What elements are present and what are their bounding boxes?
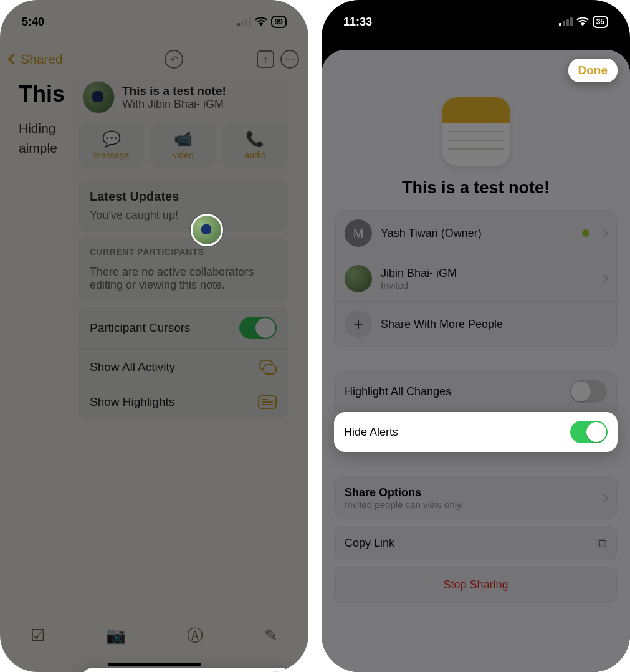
cellular-icon [559, 17, 573, 26]
participant-status: Invited [381, 280, 592, 290]
status-bar: 11:33 35 [322, 0, 630, 44]
status-icons: 99 [237, 16, 287, 28]
updates-text: You've caught up! [90, 209, 277, 222]
row-label: Show Highlights [90, 395, 174, 409]
battery-icon: 99 [271, 16, 287, 28]
stop-sharing-button[interactable]: Stop Sharing [335, 567, 617, 603]
share-options-sub: Invited people can view only. [345, 499, 592, 510]
show-highlights-row[interactable]: Show Highlights [79, 385, 288, 419]
phone-icon: 📞 [246, 130, 264, 148]
copy-link-row[interactable]: Copy Link ⧉ [335, 526, 617, 560]
settings-group-top: Highlight All Changes [334, 371, 618, 412]
copy-link-label: Copy Link [345, 537, 588, 550]
done-button[interactable]: Done [568, 59, 618, 82]
status-dot-icon [582, 229, 589, 237]
row-label: Hide Alerts [344, 426, 398, 439]
participant-avatar [82, 81, 115, 113]
status-bar: 5:40 99 [0, 0, 308, 44]
participants-header: CURRENT PARTICIPANTS [90, 247, 277, 257]
undo-button[interactable]: ↶ [165, 50, 183, 69]
updates-title: Latest Updates [90, 190, 277, 204]
notes-app-icon [442, 97, 510, 166]
highlight-changes-toggle[interactable] [570, 380, 607, 403]
hide-alerts-row[interactable]: Hide Alerts [334, 412, 618, 452]
more-button[interactable]: ⋯ [280, 50, 299, 69]
status-icons: 35 [559, 16, 608, 28]
markup-icon[interactable]: Ⓐ [187, 625, 203, 646]
updates-card: Latest Updates You've caught up! [79, 180, 288, 232]
sheet-header: Done [322, 50, 630, 91]
svg-rect-1 [264, 365, 276, 374]
status-time: 11:33 [343, 16, 372, 29]
cursors-toggle[interactable] [239, 317, 277, 339]
row-label: Highlight All Changes [345, 385, 451, 398]
chevron-right-icon [599, 494, 608, 502]
wifi-icon [576, 17, 589, 26]
participant-name: Yash Tiwari (Owner) [381, 227, 573, 240]
options-list: Participant Cursors Show All Activity Sh… [79, 307, 288, 419]
avatar-initial: M [345, 219, 372, 247]
chevron-left-icon [8, 54, 19, 65]
compose-icon[interactable]: ✎ [264, 626, 278, 645]
cellular-icon [237, 17, 251, 26]
message-button[interactable]: 💬message [79, 122, 144, 168]
right-screenshot: 11:33 35 Done This is a test note! M Yas… [322, 0, 630, 672]
video-icon: 📹 [174, 130, 193, 148]
message-icon: 💬 [102, 130, 121, 148]
collab-avatar-button[interactable] [191, 214, 223, 246]
collab-popup: This is a test note! With Jibin Bhai- iG… [71, 75, 295, 424]
battery-icon: 35 [593, 16, 608, 28]
nav-bar: Shared ↶ ↑ ⋯ [0, 44, 308, 75]
avatar-photo [345, 265, 372, 292]
popup-title: This is a test note! [122, 84, 226, 98]
share-options-group: Share Options Invited people can view on… [334, 477, 618, 519]
participant-invited-row[interactable]: Jibin Bhai- iGM Invited [335, 256, 617, 301]
participants-group: M Yash Tiwari (Owner) Jibin Bhai- iGM In… [334, 210, 618, 347]
audio-button[interactable]: 📞audio [222, 122, 288, 168]
left-screenshot: 5:40 99 Shared ↶ ↑ ⋯ This Hiding aimple … [0, 0, 308, 672]
stop-sharing-group: Stop Sharing [334, 567, 618, 603]
hide-alerts-toggle[interactable] [570, 421, 608, 443]
participants-card: CURRENT PARTICIPANTS There are no active… [79, 237, 288, 302]
contact-actions: 💬message 📹video 📞audio [71, 122, 295, 175]
back-label: Shared [21, 52, 63, 67]
share-more-row[interactable]: + Share With More People [335, 301, 617, 347]
share-options-row[interactable]: Share Options Invited people can view on… [335, 478, 617, 519]
popup-subtitle: With Jibin Bhai- iGM [122, 98, 226, 111]
checklist-icon[interactable]: ☑ [31, 626, 45, 645]
row-label: Participant Cursors [90, 321, 191, 335]
home-indicator [108, 663, 201, 666]
sheet-title: This is a test note! [322, 178, 630, 198]
video-button[interactable]: 📹video [150, 122, 216, 168]
share-sheet: Done This is a test note! M Yash Tiwari … [322, 50, 630, 672]
manage-shared-note-row[interactable]: Manage Shared Note [81, 668, 293, 672]
share-options-title: Share Options [345, 486, 592, 499]
plus-icon: + [345, 310, 372, 338]
wifi-icon [255, 17, 267, 26]
highlights-icon [258, 395, 277, 409]
status-time: 5:40 [22, 16, 44, 29]
back-button[interactable]: Shared [9, 52, 63, 67]
participants-text: There are no active collaborators editin… [90, 266, 277, 292]
popup-header: This is a test note! With Jibin Bhai- iG… [71, 75, 295, 122]
participant-name: Jibin Bhai- iGM [381, 267, 592, 280]
activity-icon [259, 360, 277, 375]
chevron-right-icon [599, 229, 608, 238]
highlight-changes-row[interactable]: Highlight All Changes [335, 372, 617, 411]
camera-icon[interactable]: 📷 [106, 626, 126, 645]
row-label: Show All Activity [90, 360, 175, 374]
copy-link-group: Copy Link ⧉ [334, 526, 618, 560]
participant-cursors-row[interactable]: Participant Cursors [79, 307, 288, 349]
copy-icon: ⧉ [597, 535, 607, 551]
show-activity-row[interactable]: Show All Activity [79, 349, 288, 385]
share-more-label: Share With More People [381, 318, 607, 331]
chevron-right-icon [599, 274, 608, 283]
participant-owner-row[interactable]: M Yash Tiwari (Owner) [335, 211, 617, 256]
share-button[interactable]: ↑ [257, 50, 274, 68]
